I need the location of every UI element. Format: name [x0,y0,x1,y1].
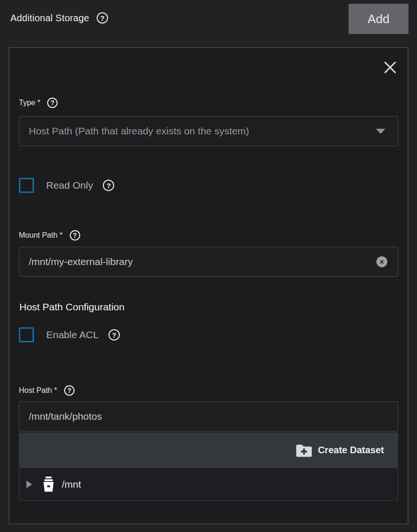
host-path-configuration-heading: Host Path Configuration [19,301,398,313]
expand-arrow-icon[interactable] [26,481,32,488]
create-dataset-label: Create Dataset [318,445,384,456]
file-explorer: Create Dataset /mnt [19,432,398,501]
host-path-input[interactable] [19,402,398,431]
host-path-label: Host Path * [19,386,57,395]
additional-storage-help-icon[interactable] [97,12,108,24]
page-title: Additional Storage [10,13,89,24]
clear-input-icon[interactable] [376,257,387,267]
tree-node-mnt[interactable]: /mnt [26,476,81,492]
mount-path-input[interactable] [19,247,398,276]
read-only-label: Read Only [46,180,93,191]
host-path-help-icon[interactable] [64,385,75,396]
host-path-field-wrap [19,401,398,432]
section-header: Additional Storage Add [0,0,417,47]
read-only-checkbox[interactable] [19,178,34,193]
chevron-down-icon [376,129,385,134]
explorer-tree: /mnt [19,468,398,501]
type-help-icon[interactable] [47,98,58,108]
enable-acl-help-icon[interactable] [108,329,120,341]
read-only-help-icon[interactable] [103,180,114,191]
add-button[interactable]: Add [349,4,409,34]
type-label: Type * [19,99,40,107]
storage-item-card: Type * Host Path (Path that already exis… [8,47,409,524]
enable-acl-checkbox[interactable] [19,327,34,342]
type-select[interactable]: Host Path (Path that already exists on t… [19,116,398,146]
create-dataset-button[interactable]: Create Dataset [293,443,387,457]
mount-path-help-icon[interactable] [70,230,80,241]
close-icon[interactable] [382,59,398,76]
type-select-value: Host Path (Path that already exists on t… [29,125,249,137]
enable-acl-label: Enable ACL [46,329,99,341]
explorer-toolbar: Create Dataset [19,432,398,468]
folder-plus-icon [296,444,312,457]
dataset-icon [42,476,56,492]
page: { "page": { "title": "Additional Storage… [0,0,417,532]
mount-path-field-wrap [19,247,398,277]
tree-node-label: /mnt [62,479,81,490]
mount-path-label: Mount Path * [19,231,63,240]
